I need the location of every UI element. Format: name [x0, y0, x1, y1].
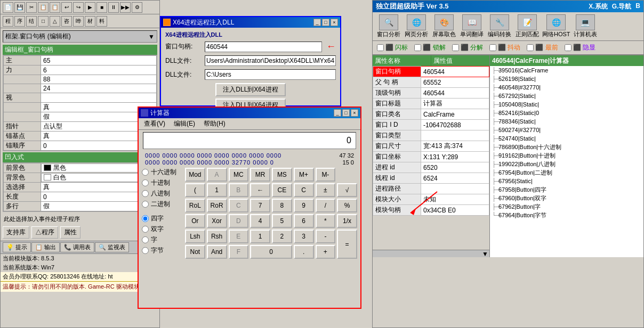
btn-mplus[interactable]: M+ — [294, 168, 314, 182]
menu-nav[interactable]: G.导航 — [612, 2, 632, 11]
attr-scrollbar[interactable]: ▼ — [373, 250, 489, 257]
btn-c[interactable]: C — [294, 183, 314, 197]
btn-rol[interactable]: RoL — [185, 199, 205, 212]
cb-flash[interactable]: ⬛ 闪标 — [377, 43, 408, 52]
btn-c2[interactable]: C — [229, 199, 249, 212]
btn-divide[interactable]: / — [316, 199, 336, 212]
dll-inject-btn[interactable]: 注入DLL到X64进程 — [215, 83, 285, 96]
radio-dec[interactable]: 十进制 — [142, 178, 182, 187]
menu-system[interactable]: X.系统 — [589, 2, 607, 11]
btn-or[interactable]: Or — [185, 214, 205, 228]
tool-color-pick[interactable]: 🎨 屏幕取色 — [431, 14, 457, 38]
cb-shake[interactable]: ⬛ 抖动 — [489, 43, 520, 52]
toolbar-btn-24[interactable]: □ — [38, 16, 49, 27]
btn-6[interactable]: 6 — [294, 214, 314, 228]
toolbar-btn-26[interactable]: 咨 — [61, 16, 72, 27]
btn-xor[interactable]: Xor — [207, 214, 227, 228]
menu-b[interactable]: B — [635, 2, 640, 11]
tree-item-919162[interactable]: ├─ 919162|Button|十进制 — [490, 151, 643, 160]
btn-sqrt[interactable]: √ — [337, 183, 357, 197]
calc-menu-view[interactable]: 查看(V) — [142, 119, 167, 128]
tree-item-524740[interactable]: ├─ 524740|Static| — [490, 134, 643, 143]
btn-9[interactable]: 9 — [294, 199, 314, 212]
btn-ms[interactable]: MS — [272, 168, 292, 182]
radio-word[interactable]: 字 — [142, 235, 182, 244]
dll-maximize-btn[interactable]: □ — [322, 19, 329, 26]
cb-decompose[interactable]: ⬛ 分解 — [452, 43, 483, 52]
btn-mod[interactable]: Mod — [185, 168, 205, 182]
toolbar-btn-7[interactable]: ↪ — [73, 2, 84, 13]
radio-hex[interactable]: 十六进制 — [142, 168, 182, 177]
cb-front[interactable]: ⬛ 最前 — [527, 43, 558, 52]
calc-close-btn[interactable]: × — [351, 109, 358, 117]
toolbar-btn-4[interactable]: 📋 — [38, 2, 49, 13]
toolbar-btn-28[interactable]: 材 — [85, 16, 95, 27]
tree-item-852416[interactable]: ├─ 852416|Static|0 — [490, 109, 643, 117]
btn-0[interactable]: 0 — [250, 245, 292, 259]
btn-e[interactable]: E — [229, 229, 249, 243]
btn-2[interactable]: 2 — [272, 229, 292, 243]
toolbar-btn-1[interactable]: 📄 — [3, 2, 13, 13]
tree-item-67954[interactable]: ├─ 67954|Button|二进制 — [490, 168, 643, 177]
btn-a[interactable]: A — [207, 168, 227, 182]
toolbar-btn-12[interactable]: ⚙ — [132, 2, 142, 13]
calc-menu-help[interactable]: 帮助(H) — [202, 119, 228, 128]
tree-item-788346[interactable]: ├─ 788346|Static| — [490, 117, 643, 126]
tree-item-786890[interactable]: ├─ 786890|Button|十六进制 — [490, 143, 643, 151]
toolbar-btn-29[interactable]: 料 — [96, 16, 107, 27]
toolbar-btn-5[interactable]: 📋 — [50, 2, 60, 13]
toolbar-btn-2[interactable]: 💾 — [14, 2, 25, 13]
tool-translate[interactable]: 📖 单词翻译 — [459, 14, 485, 38]
cb-hide[interactable]: ⬛ 隐显 — [565, 43, 595, 52]
toolbar-btn-3[interactable]: ✂ — [26, 2, 37, 13]
calc-minimize-btn[interactable]: _ — [334, 109, 341, 117]
btn-not[interactable]: Not — [185, 245, 205, 259]
radio-byte[interactable]: 字节 — [142, 246, 182, 255]
calc-maximize-btn[interactable]: □ — [342, 109, 350, 117]
cb-unlock[interactable]: ⬛ 锁解 — [414, 43, 445, 52]
tree-item-199022[interactable]: ├─ 199022|Button|八进制 — [490, 160, 643, 168]
btn-close-paren[interactable]: 1 — [207, 183, 227, 197]
radio-qword[interactable]: 四字 — [142, 214, 182, 223]
tool-regex[interactable]: 📝 正则匹配 — [514, 14, 540, 38]
tab-hint[interactable]: 💡 提示 — [3, 242, 31, 252]
calc-menu-edit[interactable]: 编辑(E) — [172, 119, 197, 128]
toolbar-btn-23[interactable]: 结 — [26, 16, 37, 27]
property-btn[interactable]: 属性 — [60, 226, 80, 239]
toolbar-btn-9[interactable]: ■ — [96, 2, 107, 13]
btn-subtract[interactable]: - — [316, 229, 336, 243]
tree-item-67964[interactable]: └─ 67964|Button|字节 — [490, 211, 643, 219]
tool-encode[interactable]: 🔧 编码转换 — [487, 14, 512, 38]
btn-5[interactable]: 5 — [272, 214, 292, 228]
toolbar-btn-11[interactable]: ▶▶ — [120, 2, 131, 13]
tree-item-460548[interactable]: ├─ 460548|#32770| — [490, 83, 643, 92]
dll-file-input[interactable] — [205, 55, 336, 66]
toolbar-btn-8[interactable]: ▶ — [85, 2, 95, 13]
dll-minimize-btn[interactable]: _ — [313, 19, 321, 26]
btn-3[interactable]: 3 — [294, 229, 314, 243]
btn-add[interactable]: + — [316, 245, 336, 259]
btn-rsh[interactable]: Rsh — [207, 229, 227, 243]
tool-web-analyze[interactable]: 🌐 网页分析 — [404, 14, 429, 38]
btn-mminus[interactable]: M- — [316, 168, 336, 182]
btn-backspace[interactable]: ← — [250, 183, 270, 197]
tree-item-67960[interactable]: ├─ 67960|Button|双字 — [490, 194, 643, 202]
btn-7[interactable]: 7 — [250, 199, 270, 212]
btn-ce[interactable]: CE — [272, 183, 292, 197]
btn-8[interactable]: 8 — [272, 199, 292, 212]
btn-mc[interactable]: MC — [229, 168, 249, 182]
tab-calltable[interactable]: 📞 调用表 — [60, 242, 94, 252]
tab-watch[interactable]: 🔍 监视表 — [95, 242, 129, 252]
btn-dot[interactable]: . — [294, 245, 314, 259]
tool-calc-table[interactable]: 💻 计算机表 — [573, 14, 598, 38]
toolbar-btn-27[interactable]: 哗 — [73, 16, 84, 27]
btn-inverse[interactable]: 1/x — [337, 214, 357, 228]
btn-f[interactable]: F — [229, 245, 249, 259]
toolbar-btn-10[interactable]: ⏸ — [108, 2, 119, 13]
tree-item-590274[interactable]: ├─ 590274|#32770| — [490, 126, 643, 134]
tab-output[interactable]: 📋 输出 — [31, 242, 60, 252]
support-btn[interactable]: 支持库 — [3, 226, 29, 239]
btn-multiply[interactable]: * — [316, 214, 336, 228]
btn-mr[interactable]: MR — [250, 168, 270, 182]
toolbar-btn-6[interactable]: ↩ — [61, 2, 72, 13]
